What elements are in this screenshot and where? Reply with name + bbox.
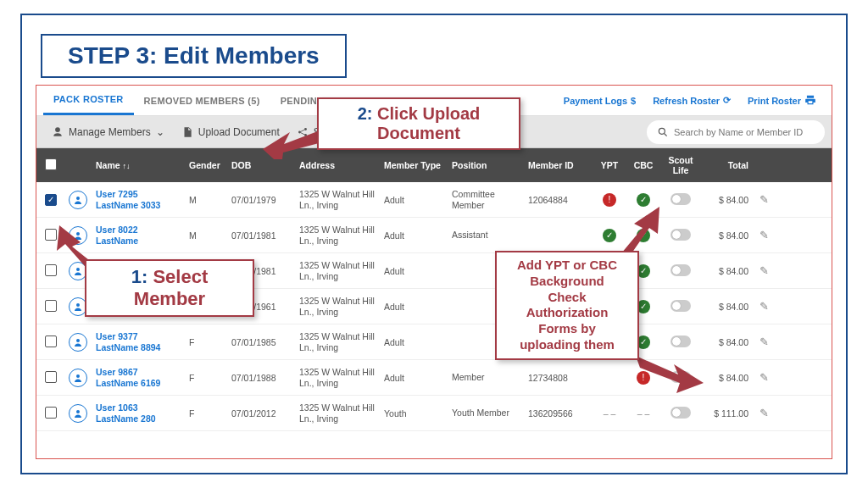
select-all-checkbox[interactable] (45, 158, 57, 170)
cell-member-type: Adult (381, 229, 448, 242)
row-checkbox[interactable] (45, 194, 57, 206)
svg-point-10 (76, 410, 80, 413)
edit-icon[interactable]: ✎ (760, 300, 769, 313)
cell-member-type: Adult (381, 264, 448, 278)
row-checkbox[interactable] (45, 336, 57, 347)
cell-address: 1325 W Walnut Hill Ln., Irving (296, 401, 381, 425)
cell-scout-life (660, 298, 701, 315)
tab-pack-roster[interactable]: PACK ROSTER (43, 86, 134, 115)
edit-icon[interactable]: ✎ (760, 229, 769, 241)
col-dob[interactable]: DOB (228, 158, 296, 172)
row-checkbox[interactable] (45, 371, 57, 383)
col-total[interactable]: Total (701, 158, 752, 172)
scout-life-toggle[interactable] (670, 300, 691, 312)
col-gender[interactable]: Gender (186, 158, 228, 172)
svg-point-3 (659, 128, 665, 134)
callout-upload-document: 2: Click Upload Document (317, 97, 520, 150)
edit-icon[interactable]: ✎ (760, 264, 769, 277)
status-alert-icon (603, 193, 616, 207)
cell-member-id: 12734808 (525, 371, 593, 385)
col-ypt[interactable]: YPT (593, 158, 626, 172)
row-checkbox[interactable] (45, 407, 57, 419)
cell-member-id: 12064884 (525, 193, 593, 207)
scout-life-toggle[interactable] (670, 193, 691, 205)
tab-removed-members[interactable]: REMOVED MEMBERS (5) (134, 87, 270, 114)
edit-icon[interactable]: ✎ (760, 193, 769, 206)
arrow-to-ypt (617, 207, 668, 258)
cell-name[interactable]: User 9867 LastName 6169 (92, 365, 186, 390)
cell-total: $ 84.00 (701, 300, 752, 313)
cell-gender: M (186, 229, 228, 242)
chevron-down-icon: ⌄ (156, 126, 164, 138)
cell-dob: 07/01/1985 (228, 336, 296, 349)
cell-total: $ 84.00 (701, 229, 752, 242)
cell-address: 1325 W Walnut Hill Ln., Irving (296, 330, 381, 354)
cell-gender: F (186, 371, 228, 385)
manage-members-button[interactable]: Manage Members ⌄ (43, 121, 173, 143)
scout-life-toggle[interactable] (670, 229, 691, 241)
search-box[interactable] (647, 120, 825, 144)
col-scout-life[interactable]: Scout Life (660, 153, 701, 177)
cell-address: 1325 W Walnut Hill Ln., Irving (296, 187, 381, 212)
cell-total: $ 84.00 (701, 336, 752, 349)
scout-life-toggle[interactable] (670, 264, 691, 276)
svg-point-6 (76, 268, 80, 271)
edit-icon[interactable]: ✎ (760, 407, 769, 419)
cell-dob: 07/01/2012 (228, 407, 296, 420)
cell-total: $ 84.00 (701, 264, 752, 278)
cell-address: 1325 W Walnut Hill Ln., Irving (296, 258, 381, 283)
svg-marker-11 (263, 130, 322, 159)
cell-scout-life (660, 405, 701, 422)
col-cbc[interactable]: CBC (626, 158, 660, 172)
svg-marker-14 (636, 356, 704, 393)
cell-total: $ 84.00 (701, 193, 752, 207)
table-row: User 9867 LastName 6169F07/01/19881325 W… (36, 360, 832, 396)
cell-position: Committee Member (448, 187, 525, 212)
avatar (69, 404, 87, 423)
col-position[interactable]: Position (448, 158, 525, 172)
cell-member-type: Adult (381, 371, 448, 385)
row-checkbox[interactable] (45, 300, 57, 312)
scout-life-toggle[interactable] (670, 407, 691, 419)
svg-point-8 (76, 339, 80, 342)
col-member-id[interactable]: Member ID (525, 158, 593, 172)
cell-name[interactable]: User 7295 LastName 3033 (92, 187, 186, 212)
slide-title-box: STEP 3: Edit Members (41, 34, 347, 78)
avatar (69, 369, 87, 387)
search-input[interactable] (674, 127, 815, 137)
arrow-to-cbc (636, 356, 704, 398)
cell-member-type: Youth (381, 407, 448, 420)
cell-address: 1325 W Walnut Hill Ln., Irving (296, 223, 381, 247)
cell-gender: F (186, 336, 228, 349)
svg-point-7 (76, 303, 80, 307)
person-icon (52, 126, 64, 138)
svg-point-4 (76, 197, 80, 200)
link-print-roster[interactable]: Print Roster (739, 94, 825, 108)
cell-dob: 07/01/1988 (228, 371, 296, 385)
cell-scout-life (660, 334, 701, 351)
link-payment-logs[interactable]: Payment Logs $ (555, 96, 644, 106)
printer-icon (804, 94, 816, 108)
edit-icon[interactable]: ✎ (760, 336, 769, 348)
cell-ypt: – – (593, 407, 626, 420)
cell-name[interactable]: User 9377 LastName 8894 (92, 330, 186, 354)
cell-total: $ 84.00 (701, 371, 752, 385)
cell-name[interactable]: User 1063 LastName 280 (92, 401, 186, 425)
cell-total: $ 111.00 (701, 407, 752, 420)
scout-life-toggle[interactable] (670, 336, 691, 347)
status-dash: – – (637, 408, 650, 419)
cell-name[interactable]: User 8022 LastName (92, 223, 186, 247)
svg-point-9 (76, 374, 80, 378)
edit-icon[interactable]: ✎ (760, 371, 769, 384)
cell-member-id: 136209566 (525, 407, 593, 420)
col-name[interactable]: Name ↑↓ (92, 158, 186, 172)
table-row: User 7295 LastName 3033M07/01/19791325 W… (36, 182, 832, 218)
table-row: User 1063 LastName 280F07/01/20121325 W … (36, 396, 832, 431)
cell-gender: M (186, 193, 228, 207)
cell-member-type: Adult (381, 193, 448, 207)
avatar (69, 333, 87, 352)
arrow-to-upload (263, 125, 322, 159)
col-member-type[interactable]: Member Type (381, 158, 448, 172)
link-refresh-roster[interactable]: Refresh Roster ⟳ (644, 95, 739, 106)
col-address[interactable]: Address (296, 158, 381, 172)
